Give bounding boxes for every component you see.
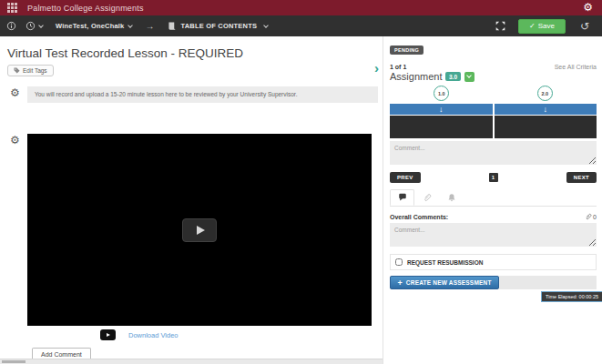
create-assessment-row: + CREATE NEW ASSESSMENT bbox=[390, 276, 597, 289]
assignment-row: Assignment 3.0 bbox=[390, 71, 597, 82]
download-row: Download Video bbox=[100, 329, 179, 340]
scroll-icon bbox=[167, 21, 177, 31]
rubric-cell[interactable] bbox=[390, 116, 493, 138]
overall-comment-input[interactable] bbox=[390, 223, 597, 247]
download-video-link[interactable]: Download Video bbox=[128, 331, 179, 339]
app-header: Palmetto College Assignments ⚙ bbox=[0, 0, 602, 15]
rubric-pager: PREV 1 NEXT bbox=[390, 172, 597, 183]
bell-icon bbox=[447, 193, 456, 202]
clock-chevron-icon[interactable] bbox=[38, 23, 44, 28]
play-button[interactable] bbox=[182, 218, 217, 242]
video-icon bbox=[100, 329, 116, 340]
tab-attachments[interactable] bbox=[414, 189, 439, 206]
edit-tags-button[interactable]: Edit Tags bbox=[7, 65, 54, 76]
assessment-panel: PENDING 1 of 1 See All Criteria Assignme… bbox=[383, 36, 602, 364]
attachment-counter[interactable]: 0 bbox=[585, 213, 597, 220]
panel-expand-chevron[interactable]: › bbox=[374, 60, 379, 76]
assignment-dropdown-button[interactable] bbox=[464, 72, 474, 82]
tab-notifications[interactable] bbox=[439, 189, 464, 206]
next-button[interactable]: NEXT bbox=[566, 172, 597, 183]
history-icon[interactable]: ↺ bbox=[580, 20, 589, 33]
chevron-down-icon bbox=[466, 73, 472, 78]
app-grid-icon[interactable] bbox=[7, 3, 17, 13]
instruction-gear-icon[interactable]: ⚙ bbox=[10, 86, 20, 99]
toolbar: WineTest, OneChalk → TABLE OF CONTENTS ✓… bbox=[0, 15, 602, 36]
table-of-contents-dropdown[interactable]: TABLE OF CONTENTS bbox=[181, 22, 258, 30]
prev-button[interactable]: PREV bbox=[390, 172, 421, 183]
save-button-label: Save bbox=[538, 22, 555, 30]
page-number[interactable]: 1 bbox=[489, 173, 498, 182]
clock-icon[interactable] bbox=[26, 21, 36, 31]
criteria-scores-row: 1.0 2.0 bbox=[390, 86, 597, 101]
app-title: Palmetto College Assignments bbox=[27, 4, 144, 13]
tab-comments[interactable] bbox=[390, 189, 414, 206]
rubric-cell[interactable] bbox=[495, 116, 597, 138]
assignment-score-badge: 3.0 bbox=[445, 72, 460, 81]
overall-comments-label: Overall Comments: bbox=[390, 214, 448, 220]
see-all-criteria-link[interactable]: See All Criteria bbox=[555, 64, 597, 70]
save-button[interactable]: ✓ Save bbox=[518, 19, 566, 34]
edit-tags-label: Edit Tags bbox=[23, 67, 47, 74]
time-elapsed-badge: Time Elapsed: 00:00:25 bbox=[541, 291, 602, 302]
arrow-right-icon[interactable]: → bbox=[146, 21, 155, 31]
criterion-score-circle[interactable]: 1.0 bbox=[434, 86, 449, 101]
instruction-note: You will record and upload a 15-20 minut… bbox=[27, 86, 378, 103]
page-title: Virtual Test Recorded Lesson - REQUIRED bbox=[7, 46, 243, 60]
check-icon: ✓ bbox=[529, 22, 536, 30]
user-chevron-icon[interactable] bbox=[128, 23, 133, 28]
request-resubmission-label[interactable]: REQUEST RESUBMISSION bbox=[407, 259, 483, 266]
user-dropdown[interactable]: WineTest, OneChalk bbox=[56, 22, 125, 30]
rubric-level-bar[interactable]: ↓ bbox=[390, 104, 493, 115]
criterion-score-circle[interactable]: 2.0 bbox=[537, 86, 553, 101]
status-badge: PENDING bbox=[390, 46, 423, 55]
paperclip-icon bbox=[423, 193, 432, 202]
paperclip-icon bbox=[585, 213, 592, 220]
video-gear-icon[interactable]: ⚙ bbox=[10, 134, 20, 147]
settings-gear-icon[interactable]: ⚙ bbox=[583, 1, 593, 15]
lesson-content-panel: Virtual Test Recorded Lesson - REQUIRED … bbox=[0, 36, 382, 364]
info-icon[interactable] bbox=[6, 21, 16, 31]
overall-comments-header: Overall Comments: 0 bbox=[390, 213, 597, 220]
rubric-comment-input[interactable] bbox=[390, 141, 597, 165]
rubric-level-bar[interactable]: ↓ bbox=[495, 104, 597, 115]
create-new-assessment-button[interactable]: + CREATE NEW ASSESSMENT bbox=[390, 276, 499, 289]
video-player[interactable] bbox=[27, 134, 372, 326]
comment-tabs bbox=[390, 189, 597, 207]
fullscreen-icon[interactable] bbox=[495, 21, 505, 31]
app-window: Palmetto College Assignments ⚙ WineTest,… bbox=[0, 0, 602, 364]
request-resubmission-checkbox[interactable] bbox=[395, 258, 403, 266]
speech-bubble-icon bbox=[398, 193, 407, 202]
create-new-assessment-label: CREATE NEW ASSESSMENT bbox=[406, 279, 492, 286]
toc-chevron-icon[interactable] bbox=[263, 23, 269, 28]
request-resubmission-row: REQUEST RESUBMISSION bbox=[390, 254, 597, 270]
rubric-cells-row bbox=[390, 116, 597, 138]
play-icon bbox=[197, 226, 205, 235]
plus-icon: + bbox=[397, 278, 402, 288]
attachment-count: 0 bbox=[593, 214, 597, 220]
rubric-level-bars: ↓ ↓ bbox=[390, 104, 597, 115]
assignment-label: Assignment bbox=[390, 71, 442, 82]
criteria-counter: 1 of 1 bbox=[390, 64, 406, 70]
tag-icon bbox=[14, 67, 20, 74]
